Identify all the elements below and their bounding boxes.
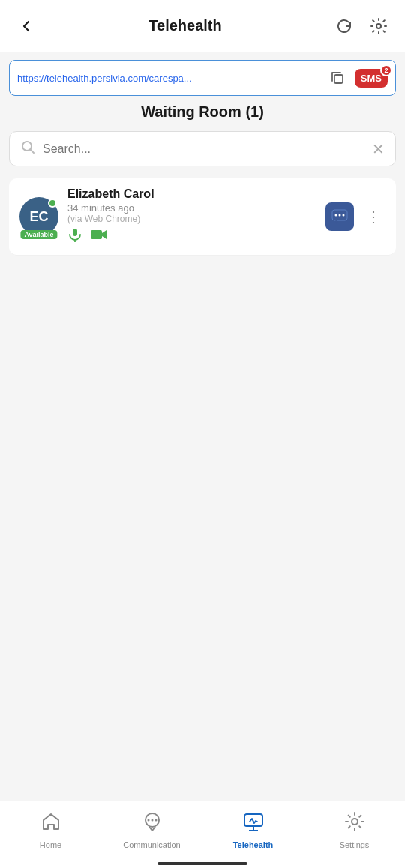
url-text: https://telehealth.persivia.com/carespa.… <box>17 73 320 84</box>
svg-point-14 <box>154 819 157 822</box>
search-bar: ✕ <box>9 131 396 166</box>
back-button[interactable] <box>12 12 40 40</box>
svg-point-8 <box>335 214 338 217</box>
video-camera-icon <box>90 228 108 245</box>
nav-label-home: Home <box>40 840 62 849</box>
settings-button[interactable] <box>364 12 393 40</box>
patient-media-icons <box>68 227 316 246</box>
patient-via: (via Web Chrome) <box>68 214 316 224</box>
home-icon <box>40 811 62 837</box>
search-input[interactable] <box>43 142 364 156</box>
bottom-navigation: Home Communication Telehealth <box>0 801 405 868</box>
patient-list-item[interactable]: EC Available Elizabeth Carol 34 minutes … <box>9 178 396 256</box>
nav-item-communication[interactable]: Communication <box>101 811 202 849</box>
chat-button[interactable] <box>326 202 354 231</box>
patient-time: 34 minutes ago <box>68 202 316 214</box>
patient-name: Elizabeth Carol <box>68 187 316 201</box>
nav-item-telehealth[interactable]: Telehealth <box>202 811 304 849</box>
search-icon <box>20 139 35 158</box>
online-indicator <box>48 199 57 208</box>
svg-rect-3 <box>73 229 77 236</box>
copy-url-button[interactable] <box>326 67 349 89</box>
patient-list: EC Available Elizabeth Carol 34 minutes … <box>0 178 405 256</box>
app-header: Telehealth <box>0 0 405 52</box>
svg-point-18 <box>352 819 358 825</box>
avatar-wrap: EC Available <box>20 197 58 236</box>
svg-point-13 <box>151 819 153 822</box>
sms-button[interactable]: SMS 2 <box>355 69 388 88</box>
nav-label-settings: Settings <box>340 840 370 849</box>
refresh-button[interactable] <box>330 12 358 40</box>
telehealth-icon <box>242 811 265 837</box>
nav-label-communication: Communication <box>123 840 180 849</box>
svg-point-9 <box>339 214 341 217</box>
svg-point-12 <box>147 819 149 822</box>
svg-rect-1 <box>334 75 343 83</box>
url-bar[interactable]: https://telehealth.persivia.com/carespa.… <box>9 60 396 96</box>
sms-badge: 2 <box>380 64 392 76</box>
settings-nav-icon <box>344 811 365 837</box>
available-badge: Available <box>20 230 57 239</box>
svg-point-10 <box>343 214 345 217</box>
search-clear-button[interactable]: ✕ <box>372 140 385 158</box>
nav-label-telehealth: Telehealth <box>233 840 274 849</box>
waiting-room-title: Waiting Room (1) <box>0 103 405 121</box>
nav-item-home[interactable]: Home <box>0 811 101 849</box>
home-indicator <box>158 862 248 865</box>
nav-item-settings[interactable]: Settings <box>304 811 405 849</box>
svg-rect-5 <box>91 230 102 239</box>
sms-label: SMS <box>361 73 382 84</box>
svg-point-0 <box>376 24 381 28</box>
communication-icon <box>142 811 163 837</box>
microphone-icon <box>68 227 82 246</box>
more-options-button[interactable]: ⋮ <box>362 205 386 229</box>
patient-actions: ⋮ <box>326 202 386 231</box>
page-title: Telehealth <box>40 17 330 34</box>
patient-info: Elizabeth Carol 34 minutes ago (via Web … <box>68 187 316 246</box>
